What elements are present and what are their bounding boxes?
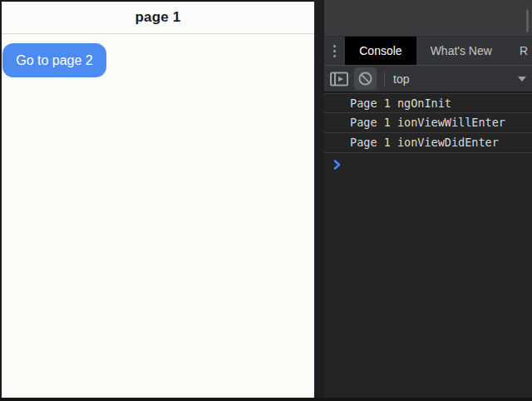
prompt-chevron-icon (333, 160, 341, 170)
console-log-row[interactable]: Page 1 ionViewWillEnter (324, 113, 532, 133)
go-to-page-2-button[interactable]: Go to page 2 (2, 43, 106, 77)
tab-console[interactable]: Console (345, 37, 416, 65)
devtools-panel: Console What's New R top (324, 0, 532, 398)
console-prompt[interactable] (324, 153, 532, 176)
devtools-upper-area (324, 0, 532, 36)
app-header: page 1 (2, 2, 314, 34)
toolbar-separator (384, 71, 385, 87)
block-icon (358, 72, 372, 86)
devtools-drawer-tabbar: Console What's New R (324, 36, 532, 66)
screenshot-root: page 1 Go to page 2 Console What's New R (0, 0, 532, 401)
console-toolbar: top (324, 66, 532, 93)
show-console-sidebar-button[interactable] (328, 68, 351, 90)
console-messages: Page 1 ngOnInit Page 1 ionViewWillEnter … (324, 93, 532, 176)
scrollbar-thumb[interactable] (526, 9, 529, 32)
tab-whats-new[interactable]: What's New (416, 37, 506, 65)
console-log-row[interactable]: Page 1 ionViewDidEnter (324, 133, 532, 153)
console-log-row[interactable]: Page 1 ngOnInit (324, 93, 532, 113)
kebab-menu-icon[interactable] (324, 37, 345, 65)
chevron-down-icon[interactable] (518, 77, 526, 82)
page-title: page 1 (135, 9, 180, 26)
app-viewport: page 1 Go to page 2 (2, 2, 314, 398)
console-sidebar-icon (330, 72, 348, 87)
window-bottom-edge (0, 398, 532, 401)
clear-console-button[interactable] (354, 67, 377, 90)
app-window-frame: page 1 Go to page 2 (0, 0, 314, 398)
javascript-context-selector[interactable]: top (393, 72, 409, 86)
tab-partial[interactable]: R (506, 37, 532, 65)
